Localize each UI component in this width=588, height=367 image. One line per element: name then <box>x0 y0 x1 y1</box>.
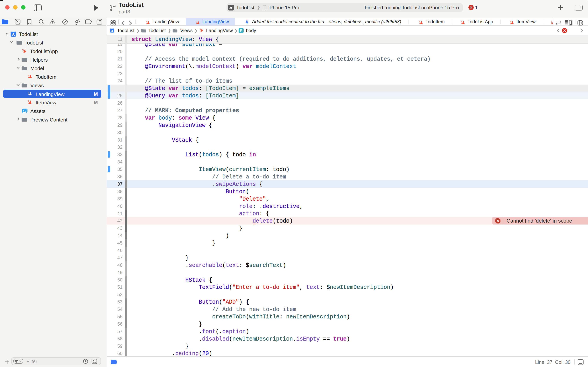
svg-text:P: P <box>240 29 243 33</box>
